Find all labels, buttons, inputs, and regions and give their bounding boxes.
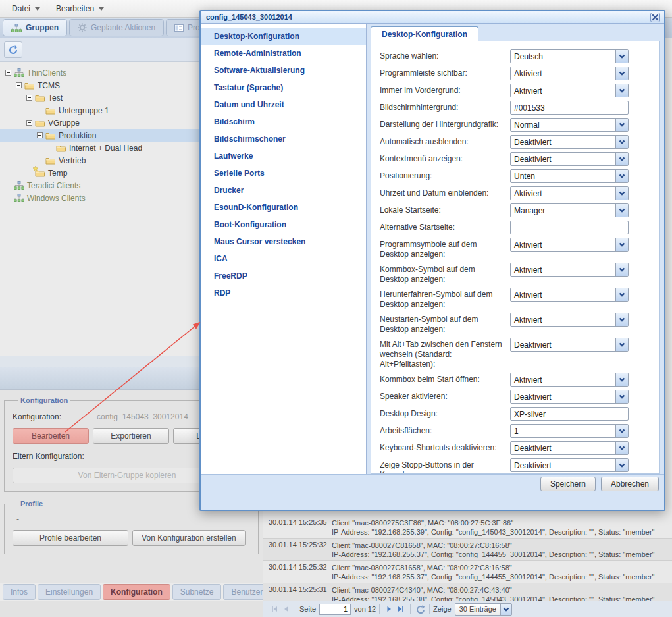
next-page-button[interactable] [383,603,395,615]
nav-bildschirm[interactable]: Bildschirm [201,113,366,130]
chevron-down-icon[interactable] [615,187,628,200]
chevron-down-icon[interactable] [615,425,628,437]
menu-datei[interactable]: Datei [4,1,48,16]
select-automatisch-ausblenden[interactable]: Deaktiviert [510,135,629,149]
select-kontextmenu-anzeigen[interactable]: Deaktiviert [510,152,629,166]
nav-serielle-ports[interactable]: Serielle Ports [201,165,366,182]
nav-maus-cursor-verstecken[interactable]: Maus Cursor verstecken [201,233,366,250]
tab-geplante-aktionen[interactable]: Geplante Aktionen [69,19,164,36]
field-label: Alternative Startseite: [380,221,510,232]
tab-einstellungen[interactable]: Einstellungen [38,584,101,600]
abbrechen-button[interactable]: Abbrechen [601,477,659,491]
select-kommbox-symbol-desktop[interactable]: Aktiviert [510,263,629,277]
chevron-down-icon[interactable] [615,84,628,97]
tab-desktop-konfiguration[interactable]: Desktop-Konfiguration [371,26,478,41]
select-value: Aktiviert [511,238,615,251]
collapse-icon[interactable] [26,120,32,126]
nav-esound-konfiguration[interactable]: EsounD-Konfiguration [201,199,366,216]
page-size-select[interactable]: 30 Einträge [455,603,512,616]
nav-ica[interactable]: ICA [201,250,366,267]
select-darstellung-hintergrundgrafik[interactable]: Normal [510,118,629,132]
nav-freerdp[interactable]: FreeRDP [201,267,366,284]
collapse-icon[interactable] [26,95,32,101]
page-number-input[interactable] [319,604,351,615]
select-programmsymbole-desktop[interactable]: Aktiviert [510,238,629,252]
chevron-down-icon[interactable] [615,238,628,251]
log-timestamp: 30.01.14 15:25:31 [263,585,332,601]
chevron-down-icon[interactable] [615,390,628,403]
collapse-icon[interactable] [5,70,11,76]
profile-bearbeiten-button[interactable]: Profile bearbeiten [13,530,128,546]
select-sprache-waehlen[interactable]: Deutsch [510,49,629,63]
log-row[interactable]: 30.01.14 15:25:35 Client "mac-0800275C3E… [263,516,672,539]
chevron-down-icon[interactable] [615,373,628,386]
nav-remote-administration[interactable]: Remote-Administration [201,45,366,62]
nav-desktop-konfiguration[interactable]: Desktop-Konfiguration [201,28,366,45]
dialog-title-bar[interactable]: config_145043_30012014 [201,11,664,24]
select-arbeitsflaechen[interactable]: 1 [510,424,629,438]
menu-bearbeiten[interactable]: Bearbeiten [48,1,112,16]
close-button[interactable] [650,13,660,22]
tab-infos[interactable]: Infos [3,584,36,600]
chevron-down-icon[interactable] [615,288,628,301]
select-herunterfahren-symbol[interactable]: Aktiviert [510,288,629,302]
select-programmleiste-sichtbar[interactable]: Aktiviert [510,67,629,80]
nav-tastatur-sprache[interactable]: Tastatur (Sprache) [201,79,366,96]
nav-laufwerke[interactable]: Laufwerke [201,148,366,165]
select-value: Deaktiviert [511,153,615,165]
field-label: Arbeitsflächen: [380,424,510,436]
chevron-down-icon [35,7,40,11]
prev-page-button[interactable] [280,603,292,615]
tab-konfiguration[interactable]: Konfiguration [103,584,170,600]
chevron-down-icon[interactable] [615,170,628,182]
clipped-log-row [263,512,672,516]
bildschirmhintergrund-input[interactable] [510,101,629,115]
nav-rdp[interactable]: RDP [201,284,366,302]
nav-datum-und-uhrzeit[interactable]: Datum und Uhrzeit [201,96,366,113]
refresh-log-button[interactable] [414,603,426,615]
chevron-down-icon[interactable] [615,338,628,351]
select-immer-im-vordergrund[interactable]: Aktiviert [510,84,629,97]
chevron-down-icon[interactable] [615,313,628,326]
alternative-startseite-input[interactable] [510,221,629,234]
select-alt-tab-wechseln[interactable]: Deaktiviert [510,338,629,352]
log-row[interactable]: 30.01.14 15:25:32 Client "mac-080027C816… [263,539,672,561]
select-neustarten-symbol[interactable]: Aktiviert [510,313,629,327]
select-keyboard-shortcuts[interactable]: Deaktiviert [510,441,629,455]
chevron-down-icon[interactable] [615,153,628,165]
select-stopp-buttons-kommbox[interactable]: Deaktiviert [510,458,629,472]
nav-boot-konfiguration[interactable]: Boot-Konfiguration [201,216,366,233]
chevron-down-icon[interactable] [615,459,628,471]
speichern-button[interactable]: Speichern [540,477,596,491]
chevron-down-icon[interactable] [615,67,628,80]
select-kommbox-beim-start[interactable]: Aktiviert [510,373,629,387]
select-speaker-aktivieren[interactable]: Deaktiviert [510,390,629,404]
field-label: Automatisch ausblenden: [380,135,510,147]
first-page-button[interactable] [269,603,280,615]
chevron-down-icon[interactable] [615,119,628,131]
nav-software-aktualisierung[interactable]: Software-Aktualisierung [201,62,366,79]
nav-bildschirmschoner[interactable]: Bildschirmschoner [201,130,366,148]
nav-drucker[interactable]: Drucker [201,182,366,199]
log-row[interactable]: 30.01.14 15:25:31 Client "mac-0800274C43… [263,583,672,601]
collapse-icon[interactable] [37,132,43,138]
field-label: Programmleiste sichtbar: [380,67,510,78]
chevron-down-icon[interactable] [615,204,628,217]
chevron-down-icon[interactable] [615,442,628,454]
chevron-down-icon[interactable] [615,50,628,63]
desktop-design-input[interactable] [510,407,629,421]
chevron-down-icon[interactable] [615,136,628,148]
select-uhrzeit-datum-einblenden[interactable]: Aktiviert [510,186,629,200]
last-page-button[interactable] [395,603,407,615]
tab-subnetze[interactable]: Subnetze [172,584,222,600]
field-label: Positionierung: [380,169,510,181]
tab-gruppen[interactable]: Gruppen [3,19,67,36]
select-positionierung[interactable]: Unten [510,169,629,183]
refresh-button[interactable] [4,41,22,58]
chevron-down-icon[interactable] [615,263,628,276]
collapse-icon[interactable] [16,82,22,88]
von-konfiguration-erstellen-button[interactable]: Von Konfiguration erstellen [132,530,246,546]
log-line: Client "mac-080027C81658", MAC: "08:00:2… [332,563,654,572]
select-lokale-startseite[interactable]: Manager [510,203,629,217]
log-row[interactable]: 30.01.14 15:25:32 Client "mac-080027C816… [263,561,672,583]
